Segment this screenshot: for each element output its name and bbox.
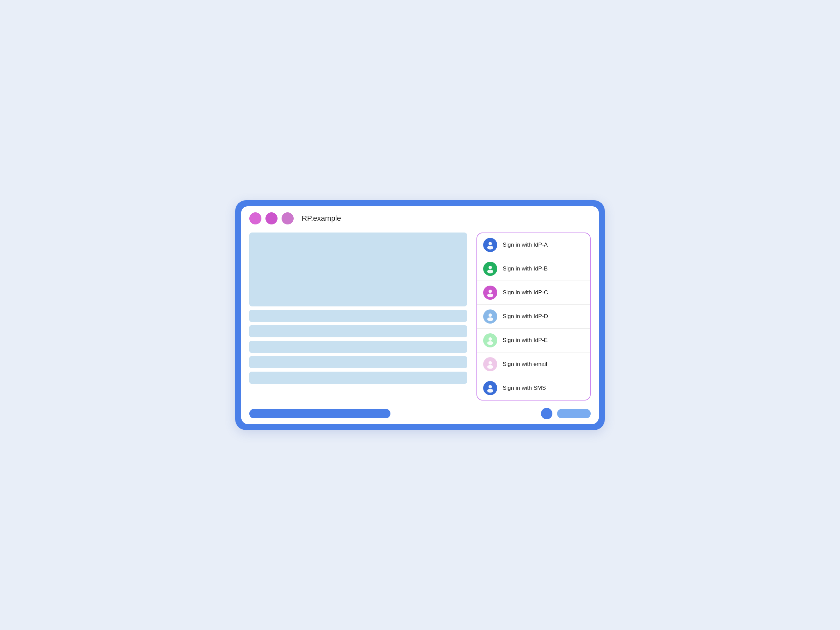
right-panel: Sign in with IdP-A Sign in with IdP-B (477, 232, 591, 401)
idp-b-icon (483, 262, 497, 276)
signin-idp-e[interactable]: Sign in with IdP-E (477, 328, 590, 352)
toolbar-dot-1 (249, 212, 261, 224)
signin-idp-d-label: Sign in with IdP-D (503, 313, 548, 320)
left-panel (249, 232, 467, 384)
content-strip-3 (249, 341, 467, 353)
signin-idp-c-label: Sign in with IdP-C (503, 289, 548, 296)
svg-point-3 (487, 270, 493, 273)
browser-content: Sign in with IdP-A Sign in with IdP-B (241, 229, 599, 404)
svg-point-9 (487, 341, 493, 345)
signin-idp-e-label: Sign in with IdP-E (503, 337, 548, 344)
svg-point-1 (487, 246, 493, 249)
svg-point-7 (487, 317, 493, 321)
svg-point-13 (487, 389, 493, 392)
content-strip-1 (249, 310, 467, 322)
browser-inner: RP.example (241, 206, 599, 424)
signin-idp-d[interactable]: Sign in with IdP-D (477, 305, 590, 328)
content-strip-5 (249, 372, 467, 384)
svg-point-2 (488, 266, 492, 269)
signin-idp-b[interactable]: Sign in with IdP-B (477, 257, 590, 281)
email-icon (483, 357, 497, 371)
idp-a-icon (483, 238, 497, 252)
idp-d-icon (483, 309, 497, 324)
toolbar-dot-2 (265, 212, 278, 224)
svg-point-4 (488, 290, 492, 293)
content-block-large (249, 232, 467, 306)
signin-idp-b-label: Sign in with IdP-B (503, 265, 548, 272)
signin-email[interactable]: Sign in with email (477, 352, 590, 376)
signin-card: Sign in with IdP-A Sign in with IdP-B (477, 232, 591, 401)
idp-c-icon (483, 286, 497, 300)
page-title: RP.example (302, 214, 341, 223)
content-strip-4 (249, 356, 467, 368)
signin-idp-a-label: Sign in with IdP-A (503, 242, 548, 248)
svg-point-8 (488, 337, 492, 341)
browser-footer (241, 404, 599, 424)
svg-point-6 (488, 314, 492, 317)
signin-idp-a[interactable]: Sign in with IdP-A (477, 233, 590, 257)
browser-toolbar: RP.example (241, 206, 599, 229)
toolbar-dots (249, 212, 294, 224)
svg-point-5 (487, 293, 493, 297)
signin-email-label: Sign in with email (503, 361, 547, 368)
svg-point-11 (487, 365, 493, 369)
signin-sms-label: Sign in with SMS (503, 385, 546, 392)
svg-point-10 (488, 361, 492, 365)
signin-idp-c[interactable]: Sign in with IdP-C (477, 281, 590, 305)
footer-address-bar (249, 409, 390, 418)
footer-pill (557, 409, 591, 418)
svg-point-0 (488, 242, 492, 245)
browser-frame: RP.example (235, 200, 605, 430)
svg-point-12 (488, 385, 492, 388)
toolbar-dot-3 (281, 212, 294, 224)
sms-icon (483, 381, 497, 395)
idp-e-icon (483, 333, 497, 347)
footer-circle (541, 408, 553, 419)
content-strip-2 (249, 325, 467, 337)
signin-sms[interactable]: Sign in with SMS (477, 376, 590, 400)
